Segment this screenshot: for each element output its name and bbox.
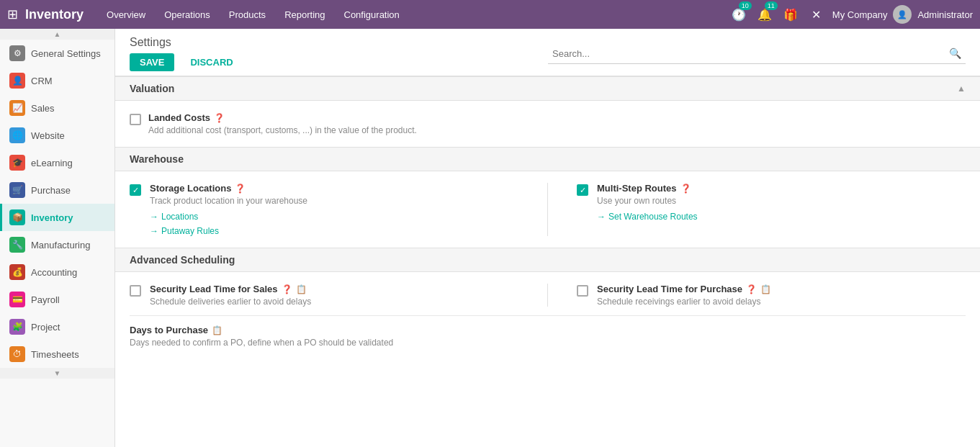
adv-col1: Security Lead Time for Sales ❓ 📋 Schedul… [130, 284, 518, 307]
security-lead-purchase-help-icon[interactable]: ❓ [746, 284, 757, 294]
sidebar-item-accounting[interactable]: 💰 Accounting [0, 258, 114, 286]
landed-costs-checkbox[interactable] [130, 114, 141, 125]
sidebar-item-label: Timesheets [31, 349, 79, 360]
sidebar-item-manufacturing[interactable]: 🔧 Manufacturing [0, 231, 114, 258]
settings-content: Valuation ▲ Landed Costs ❓ Add additiona… [115, 76, 980, 447]
landed-costs-label: Landed Costs ❓ [148, 112, 966, 123]
security-lead-purchase-checkbox[interactable] [577, 285, 588, 297]
close-icon-btn[interactable]: ✕ [806, 4, 827, 24]
days-to-purchase-label: Days to Purchase 📋 [130, 325, 966, 335]
nav-overview[interactable]: Overview [98, 0, 154, 29]
security-lead-purchase-desc: Schedule receivings earlier to avoid del… [597, 297, 966, 307]
clock-badge: 10 [739, 1, 752, 10]
project-icon: 🧩 [9, 319, 25, 335]
sales-icon: 📈 [9, 100, 25, 116]
days-to-purchase-text: Days to Purchase 📋 Days needed to confir… [130, 325, 966, 348]
valuation-collapse-btn[interactable]: ▲ [957, 83, 966, 94]
warehouse-col-divider [547, 183, 548, 236]
topbar: ⊞ Inventory Overview Operations Products… [0, 0, 980, 29]
multi-step-routes-label: Multi-Step Routes ❓ [597, 183, 966, 194]
gift-icon-btn[interactable]: 🎁 [781, 4, 801, 24]
avatar[interactable]: 👤 [893, 5, 912, 24]
sidebar-item-website[interactable]: 🌐 Website [0, 122, 114, 149]
nav-reporting[interactable]: Reporting [276, 0, 333, 29]
security-lead-sales-help-icon[interactable]: ❓ [282, 284, 292, 294]
sidebar: ▲ ⚙ General Settings 👤 CRM 📈 Sales 🌐 Web… [0, 29, 115, 447]
putaway-rules-link[interactable]: Putaway Rules [150, 226, 518, 236]
gift-icon: 🎁 [783, 8, 798, 22]
sidebar-item-label: Project [31, 322, 60, 333]
warehouse-title: Warehouse [130, 153, 184, 165]
sidebar-item-elearning[interactable]: 🎓 eLearning [0, 149, 114, 176]
sidebar-item-label: General Settings [31, 48, 101, 59]
locations-link[interactable]: Locations [150, 212, 518, 222]
security-lead-purchase-icon: 📋 [760, 284, 771, 294]
security-lead-sales-checkbox[interactable] [130, 285, 141, 297]
multi-step-routes-links: Set Warehouse Routes [597, 209, 966, 222]
search-icon[interactable]: 🔍 [949, 48, 961, 59]
sidebar-item-label: Manufacturing [31, 240, 90, 250]
sidebar-item-inventory[interactable]: 📦 Inventory [0, 204, 114, 231]
nav-products[interactable]: Products [220, 0, 274, 29]
multi-step-routes-checkbox[interactable] [577, 184, 588, 196]
advanced-scheduling-section-body: Security Lead Time for Sales ❓ 📋 Schedul… [115, 272, 980, 359]
topbar-right: 🕐 10 🔔 11 🎁 ✕ My Company 👤 Administrator [729, 4, 973, 24]
sidebar-item-label: CRM [31, 76, 53, 86]
discard-button[interactable]: DISCARD [180, 53, 243, 71]
accounting-icon: 💰 [9, 264, 25, 280]
clock-icon-btn[interactable]: 🕐 10 [729, 4, 749, 24]
storage-locations-text: Storage Locations ❓ Track product locati… [150, 183, 518, 236]
warehouse-settings-row: Storage Locations ❓ Track product locati… [130, 183, 966, 236]
sidebar-item-label: Sales [31, 103, 55, 114]
content-area: Settings SAVE DISCARD 🔍 Valuation ▲ [115, 29, 980, 447]
sidebar-item-label: Accounting [31, 267, 77, 278]
sidebar-item-sales[interactable]: 📈 Sales [0, 94, 114, 122]
adv-col-divider [547, 284, 548, 307]
sidebar-item-project[interactable]: 🧩 Project [0, 313, 114, 340]
sub-header-left: Settings SAVE DISCARD [130, 36, 243, 71]
sidebar-item-purchase[interactable]: 🛒 Purchase [0, 176, 114, 204]
nav-operations[interactable]: Operations [156, 0, 219, 29]
website-icon: 🌐 [9, 127, 25, 143]
security-lead-sales-label: Security Lead Time for Sales ❓ 📋 [150, 284, 518, 294]
sidebar-item-timesheets[interactable]: ⏱ Timesheets [0, 340, 114, 368]
sidebar-item-label: Purchase [31, 185, 71, 196]
bell-badge: 11 [765, 1, 778, 10]
multi-step-routes-help-icon[interactable]: ❓ [680, 184, 691, 194]
timesheets-icon: ⏱ [9, 346, 25, 362]
storage-locations-desc: Track product location in your warehouse [150, 196, 518, 206]
sidebar-scroll-down[interactable]: ▼ [0, 368, 114, 379]
security-lead-purchase-text: Security Lead Time for Purchase ❓ 📋 Sche… [597, 284, 966, 307]
set-warehouse-routes-link[interactable]: Set Warehouse Routes [597, 212, 966, 222]
main-layout: ▲ ⚙ General Settings 👤 CRM 📈 Sales 🌐 Web… [0, 29, 980, 447]
landed-costs-setting: Landed Costs ❓ Add additional cost (tran… [130, 112, 966, 135]
sidebar-scroll-up[interactable]: ▲ [0, 29, 114, 40]
days-to-purchase-setting: Days to Purchase 📋 Days needed to confir… [130, 325, 966, 348]
storage-locations-checkbox[interactable] [130, 184, 141, 196]
landed-costs-text: Landed Costs ❓ Add additional cost (tran… [148, 112, 966, 135]
manufacturing-icon: 🔧 [9, 237, 25, 253]
nav-configuration[interactable]: Configuration [336, 0, 408, 29]
advanced-scheduling-title: Advanced Scheduling [130, 254, 235, 266]
bell-icon-btn[interactable]: 🔔 11 [755, 4, 775, 24]
adv-divider [130, 315, 966, 316]
avatar-icon: 👤 [897, 10, 907, 19]
admin-name[interactable]: Administrator [917, 9, 973, 20]
grid-icon[interactable]: ⊞ [7, 6, 18, 22]
landed-costs-help-icon[interactable]: ❓ [214, 113, 225, 123]
save-button[interactable]: SAVE [130, 53, 174, 71]
valuation-section-body: Landed Costs ❓ Add additional cost (tran… [115, 101, 980, 147]
search-input[interactable] [552, 45, 949, 62]
sidebar-item-payroll[interactable]: 💳 Payroll [0, 286, 114, 313]
security-lead-purchase-label: Security Lead Time for Purchase ❓ 📋 [597, 284, 966, 294]
storage-locations-help-icon[interactable]: ❓ [235, 184, 246, 194]
purchase-icon: 🛒 [9, 182, 25, 198]
multi-step-routes-text: Multi-Step Routes ❓ Use your own routes … [597, 183, 966, 222]
storage-locations-links: Locations Putaway Rules [150, 209, 518, 236]
elearning-icon: 🎓 [9, 155, 25, 171]
sidebar-item-crm[interactable]: 👤 CRM [0, 67, 114, 94]
company-name[interactable]: My Company [832, 9, 888, 20]
warehouse-section-body: Storage Locations ❓ Track product locati… [115, 171, 980, 248]
landed-costs-desc: Add additional cost (transport, customs,… [148, 125, 966, 135]
sidebar-item-general-settings[interactable]: ⚙ General Settings [0, 40, 114, 67]
